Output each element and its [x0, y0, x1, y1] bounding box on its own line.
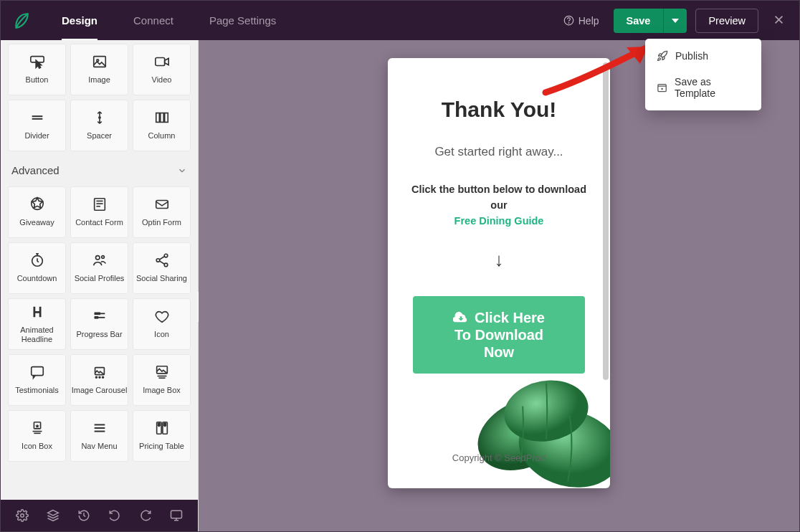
block-icon-box[interactable]: Icon Box — [8, 410, 66, 462]
app-logo[interactable] — [1, 1, 40, 40]
editor-canvas[interactable]: Thank You! Get started right away... Cli… — [199, 40, 799, 531]
subtitle-text[interactable]: Get started right away... — [406, 145, 592, 159]
block-testimonials[interactable]: Testimonials — [8, 354, 66, 406]
button-icon — [29, 54, 45, 70]
caret-down-icon — [672, 17, 679, 24]
block-label: Giveaway — [19, 218, 54, 227]
undo-icon — [108, 509, 121, 522]
down-arrow-icon[interactable]: ↓ — [406, 249, 592, 271]
save-dropdown-menu: Publish Save as Template — [645, 39, 761, 110]
help-icon — [563, 15, 574, 26]
block-label: Image Box — [143, 386, 181, 395]
sidebar-bottom-bar — [1, 500, 198, 531]
svg-point-33 — [99, 377, 100, 379]
social-profiles-icon — [92, 252, 108, 268]
optin-form-icon — [154, 196, 170, 212]
page-title[interactable]: Thank You! — [406, 98, 592, 122]
section-advanced-label: Advanced — [11, 164, 59, 176]
block-label: Divider — [24, 131, 49, 141]
svg-line-24 — [159, 257, 164, 260]
block-label: Progress Bar — [76, 330, 122, 339]
svg-text:$: $ — [163, 423, 166, 427]
svg-point-20 — [101, 256, 104, 259]
save-button-group: Save — [614, 9, 687, 33]
tab-page-settings[interactable]: Page Settings — [191, 1, 294, 40]
progress-bar-icon — [92, 308, 108, 324]
block-button[interactable]: Button — [8, 44, 66, 95]
description-text[interactable]: Click the button below to download our F… — [406, 182, 592, 229]
block-label: Icon — [154, 330, 169, 339]
block-nav-menu[interactable]: Nav Menu — [70, 410, 128, 462]
undo-button[interactable] — [100, 500, 130, 531]
block-label: Icon Box — [22, 442, 52, 451]
image-carousel-icon — [92, 364, 108, 380]
block-image-carousel[interactable]: Image Carousel — [70, 354, 128, 406]
block-spacer[interactable]: Spacer — [70, 100, 128, 151]
help-label: Help — [578, 15, 599, 27]
block-image[interactable]: Image — [70, 44, 128, 95]
block-label: Image Carousel — [72, 386, 128, 395]
block-image-box[interactable]: Image Box — [133, 354, 191, 406]
svg-rect-30 — [31, 367, 43, 376]
svg-marker-49 — [47, 510, 58, 516]
redo-icon — [139, 509, 152, 522]
close-button[interactable] — [769, 10, 789, 32]
block-label: Spacer — [87, 131, 112, 141]
global-settings-button[interactable] — [6, 500, 37, 531]
block-column[interactable]: Column — [133, 100, 191, 151]
save-as-template-menu-item[interactable]: Save as Template — [645, 69, 761, 106]
history-button[interactable] — [68, 500, 99, 531]
block-icon[interactable]: Icon — [133, 298, 191, 350]
save-dropdown-toggle[interactable] — [663, 9, 687, 33]
preview-button[interactable]: Preview — [695, 9, 758, 33]
block-label: Contact Form — [75, 218, 123, 227]
svg-point-8 — [98, 117, 100, 118]
help-link[interactable]: Help — [563, 15, 599, 27]
block-label: Video — [152, 75, 172, 85]
monitor-icon — [170, 509, 183, 522]
chevron-down-icon — [177, 166, 187, 176]
save-template-icon — [657, 82, 667, 93]
svg-rect-50 — [171, 510, 182, 518]
responsive-button[interactable] — [161, 500, 192, 531]
block-social-profiles[interactable]: Social Profiles — [70, 242, 128, 294]
block-optin-form[interactable]: Optin Form — [133, 186, 191, 238]
elements-sidebar: ButtonImageVideoDividerSpacerColumn Adva… — [1, 40, 199, 531]
block-pricing-table[interactable]: $$Pricing Table — [133, 410, 191, 462]
block-label: Testimonials — [15, 386, 59, 395]
block-video[interactable]: Video — [133, 44, 191, 95]
block-contact-form[interactable]: Contact Form — [70, 186, 128, 238]
block-label: Animated Headline — [20, 326, 53, 344]
save-button[interactable]: Save — [614, 9, 664, 33]
section-advanced-toggle[interactable]: Advanced — [8, 151, 191, 186]
tab-design[interactable]: Design — [44, 1, 115, 40]
video-icon — [154, 54, 170, 70]
block-label: Optin Form — [142, 218, 181, 227]
history-icon — [77, 509, 90, 522]
gear-icon — [16, 509, 29, 522]
spacer-icon — [92, 110, 108, 125]
image-icon — [92, 54, 108, 70]
block-animated-headline[interactable]: Animated Headline — [8, 298, 66, 350]
block-countdown[interactable]: Countdown — [8, 242, 66, 294]
svg-text:$: $ — [158, 423, 160, 427]
svg-line-25 — [159, 261, 164, 265]
block-label: Nav Menu — [81, 442, 117, 451]
svg-rect-11 — [164, 113, 168, 123]
block-giveaway[interactable]: Giveaway — [8, 186, 66, 238]
block-label: Image — [88, 75, 110, 85]
layers-icon — [47, 509, 59, 522]
publish-menu-item[interactable]: Publish — [645, 43, 761, 69]
block-social-sharing[interactable]: Social Sharing — [133, 242, 191, 294]
social-sharing-icon — [154, 252, 170, 268]
tab-connect[interactable]: Connect — [115, 1, 191, 40]
copyright-text[interactable]: Copyright © SeedProd — [406, 452, 592, 463]
block-label: Button — [26, 75, 49, 85]
block-divider[interactable]: Divider — [8, 100, 66, 151]
guide-link[interactable]: Free Dining Guide — [454, 215, 544, 227]
redo-button[interactable] — [130, 500, 161, 531]
nav-tabs: Design Connect Page Settings — [44, 1, 294, 40]
layers-button[interactable] — [37, 500, 68, 531]
block-progress-bar[interactable]: Progress Bar — [70, 298, 128, 350]
svg-point-1 — [568, 23, 569, 24]
